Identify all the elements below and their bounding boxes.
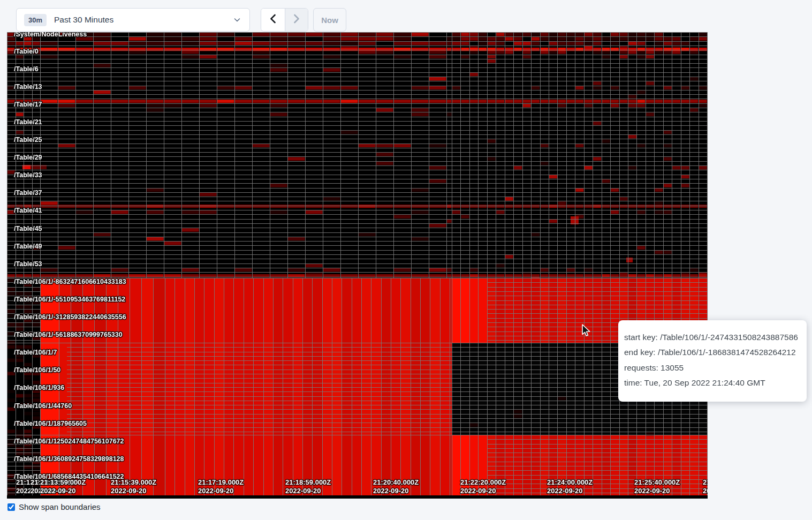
tooltip-requests: requests: 13055: [624, 363, 797, 373]
tooltip-time: time: Tue, 20 Sep 2022 21:24:40 GMT: [624, 378, 797, 388]
tooltip-start-key: start key: /Table/106/1/-247433150824388…: [624, 332, 797, 342]
toolbar: 30m Past 30 Minutes Now: [0, 0, 812, 32]
heatmap-tooltip: start key: /Table/106/1/-247433150824388…: [618, 320, 807, 402]
chevron-down-icon: [233, 16, 241, 24]
show-span-boundaries-checkbox[interactable]: [7, 503, 15, 511]
time-prev-button[interactable]: [261, 9, 285, 31]
footer: Show span boundaries: [7, 502, 101, 511]
time-window-select[interactable]: 30m Past 30 Minutes: [16, 8, 250, 32]
time-next-button[interactable]: [285, 9, 308, 31]
chevron-left-icon: [269, 14, 277, 26]
show-span-boundaries-label: Show span boundaries: [19, 502, 101, 511]
time-nav-group: [261, 8, 308, 32]
chevron-right-icon: [292, 14, 301, 26]
time-window-badge: 30m: [24, 14, 47, 26]
now-button[interactable]: Now: [313, 8, 346, 32]
tooltip-end-key: end key: /Table/106/1/-18683814745282642…: [624, 347, 797, 357]
time-window-label: Past 30 Minutes: [54, 15, 233, 25]
key-visualizer-heatmap[interactable]: [7, 32, 708, 499]
